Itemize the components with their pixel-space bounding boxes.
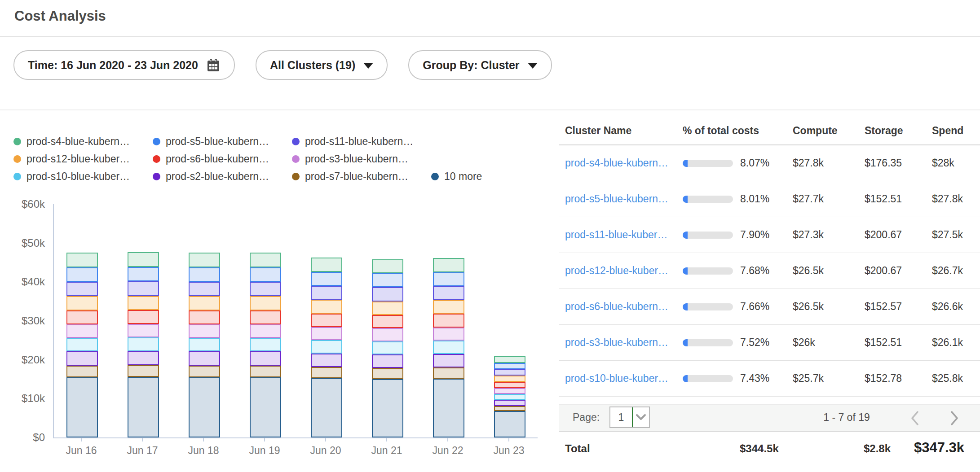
bar-segment-prod-s4-blue-kubern-jun-18[interactable] — [189, 253, 220, 267]
bar-segment-10-more-jun-16[interactable] — [66, 377, 98, 437]
legend-item-prod-s11-blue-kubern[interactable]: prod-s11-blue-kubern… — [292, 135, 431, 148]
bar-segment-prod-s11-blue-kubern-jun-18[interactable] — [189, 282, 220, 296]
legend-item-10-more[interactable]: 10 more — [431, 170, 482, 183]
bar-segment-prod-s2-blue-kubern-jun-18[interactable] — [189, 351, 220, 365]
bar-segment-prod-s4-blue-kubern-jun-16[interactable] — [66, 253, 98, 267]
bar-segment-prod-s3-blue-kubern-jun-22[interactable] — [433, 328, 464, 341]
bar-segment-prod-s5-blue-kubern-jun-16[interactable] — [66, 267, 98, 282]
page-select[interactable]: 1 — [609, 406, 650, 428]
bar-segment-prod-s7-blue-kubern-jun-16[interactable] — [66, 366, 98, 377]
bar-segment-prod-s4-blue-kubern-jun-23[interactable] — [494, 356, 525, 363]
bar-segment-prod-s6-blue-kubern-jun-16[interactable] — [66, 310, 98, 324]
bar-segment-prod-s5-blue-kubern-jun-21[interactable] — [372, 273, 403, 287]
bar-segment-prod-s4-blue-kubern-jun-22[interactable] — [433, 258, 464, 272]
bar-segment-prod-s3-blue-kubern-jun-19[interactable] — [250, 324, 281, 338]
next-page-button[interactable] — [945, 408, 964, 428]
bar-segment-prod-s10-blue-kuber-jun-17[interactable] — [128, 337, 159, 351]
bar-segment-prod-s3-blue-kubern-jun-17[interactable] — [128, 324, 159, 337]
legend-item-prod-s4-blue-kubern[interactable]: prod-s4-blue-kubern… — [13, 135, 153, 148]
bar-segment-prod-s7-blue-kubern-jun-18[interactable] — [189, 366, 220, 377]
bar-segment-10-more-jun-21[interactable] — [372, 379, 403, 437]
bar-segment-prod-s5-blue-kubern-jun-17[interactable] — [128, 267, 159, 282]
bar-segment-10-more-jun-19[interactable] — [250, 377, 281, 437]
cluster-name-link[interactable]: prod-s6-blue-kubern… — [565, 301, 683, 313]
bar-segment-prod-s12-blue-kuber-jun-21[interactable] — [372, 302, 403, 315]
bar-segment-10-more-jun-23[interactable] — [494, 411, 525, 437]
bar-segment-prod-s11-blue-kubern-jun-16[interactable] — [66, 282, 98, 296]
bar-segment-prod-s7-blue-kubern-jun-20[interactable] — [311, 367, 342, 378]
bar-segment-prod-s3-blue-kubern-jun-21[interactable] — [372, 328, 403, 341]
bar-segment-prod-s6-blue-kubern-jun-19[interactable] — [250, 310, 281, 324]
bar-segment-10-more-jun-22[interactable] — [433, 379, 464, 437]
cluster-name-link[interactable]: prod-s3-blue-kubern… — [565, 337, 683, 349]
bar-segment-prod-s6-blue-kubern-jun-22[interactable] — [433, 314, 464, 327]
time-range-filter[interactable]: Time: 16 Jun 2020 - 23 Jun 2020 — [13, 50, 235, 80]
bar-segment-prod-s2-blue-kubern-jun-16[interactable] — [66, 351, 98, 365]
bar-segment-prod-s3-blue-kubern-jun-16[interactable] — [66, 324, 98, 338]
bar-segment-prod-s6-blue-kubern-jun-23[interactable] — [494, 382, 525, 388]
bar-segment-prod-s5-blue-kubern-jun-19[interactable] — [250, 267, 281, 282]
cluster-name-link[interactable]: prod-s5-blue-kubern… — [565, 193, 683, 205]
cluster-name-link[interactable]: prod-s4-blue-kubern… — [565, 157, 683, 169]
bar-segment-prod-s3-blue-kubern-jun-23[interactable] — [494, 388, 525, 394]
group-by-dropdown[interactable]: Group By: Cluster — [408, 50, 552, 80]
bar-segment-prod-s5-blue-kubern-jun-22[interactable] — [433, 272, 464, 286]
bar-segment-prod-s11-blue-kubern-jun-19[interactable] — [250, 282, 281, 296]
bar-segment-10-more-jun-17[interactable] — [128, 377, 159, 437]
bar-segment-prod-s3-blue-kubern-jun-18[interactable] — [189, 324, 220, 338]
bar-segment-prod-s6-blue-kubern-jun-17[interactable] — [128, 310, 159, 324]
bar-segment-prod-s12-blue-kuber-jun-23[interactable] — [494, 376, 525, 382]
bar-segment-prod-s5-blue-kubern-jun-18[interactable] — [189, 267, 220, 282]
bar-segment-prod-s10-blue-kuber-jun-18[interactable] — [189, 338, 220, 351]
bar-segment-prod-s11-blue-kubern-jun-17[interactable] — [128, 281, 159, 296]
legend-item-prod-s6-blue-kubern[interactable]: prod-s6-blue-kubern… — [153, 153, 292, 165]
legend-item-prod-s7-blue-kubern[interactable]: prod-s7-blue-kubern… — [292, 170, 431, 183]
bar-segment-prod-s12-blue-kuber-jun-17[interactable] — [128, 296, 159, 310]
bar-segment-prod-s12-blue-kuber-jun-22[interactable] — [433, 300, 464, 314]
bar-segment-prod-s6-blue-kubern-jun-18[interactable] — [189, 310, 220, 324]
bar-segment-prod-s10-blue-kuber-jun-21[interactable] — [372, 341, 403, 354]
bar-segment-prod-s5-blue-kubern-jun-20[interactable] — [311, 272, 342, 286]
cluster-name-link[interactable]: prod-s11-blue-kuber… — [565, 229, 683, 241]
bar-segment-prod-s7-blue-kubern-jun-22[interactable] — [433, 367, 464, 379]
bar-segment-prod-s4-blue-kubern-jun-17[interactable] — [128, 252, 159, 267]
bar-segment-prod-s5-blue-kubern-jun-23[interactable] — [494, 363, 525, 370]
bar-segment-prod-s3-blue-kubern-jun-20[interactable] — [311, 327, 342, 340]
bar-segment-10-more-jun-18[interactable] — [189, 377, 220, 437]
clusters-filter-dropdown[interactable]: All Clusters (19) — [256, 50, 388, 80]
legend-item-prod-s3-blue-kubern[interactable]: prod-s3-blue-kubern… — [292, 153, 431, 165]
bar-segment-prod-s2-blue-kubern-jun-21[interactable] — [372, 354, 403, 368]
bar-segment-prod-s10-blue-kuber-jun-20[interactable] — [311, 340, 342, 353]
bar-segment-prod-s10-blue-kuber-jun-22[interactable] — [433, 341, 464, 354]
bar-segment-prod-s12-blue-kuber-jun-19[interactable] — [250, 296, 281, 310]
bar-segment-prod-s6-blue-kubern-jun-20[interactable] — [311, 314, 342, 327]
bar-segment-prod-s2-blue-kubern-jun-22[interactable] — [433, 354, 464, 367]
legend-item-prod-s12-blue-kuber[interactable]: prod-s12-blue-kuber… — [13, 153, 153, 165]
bar-segment-prod-s10-blue-kuber-jun-16[interactable] — [66, 338, 98, 351]
bar-segment-prod-s11-blue-kubern-jun-21[interactable] — [372, 287, 403, 301]
bar-segment-10-more-jun-20[interactable] — [311, 378, 342, 437]
bar-segment-prod-s11-blue-kubern-jun-20[interactable] — [311, 286, 342, 300]
cluster-name-link[interactable]: prod-s12-blue-kuber… — [565, 265, 683, 277]
prev-page-button[interactable] — [905, 408, 925, 428]
bar-segment-prod-s10-blue-kuber-jun-19[interactable] — [250, 338, 281, 351]
bar-segment-prod-s10-blue-kuber-jun-23[interactable] — [494, 394, 525, 400]
bar-segment-prod-s7-blue-kubern-jun-21[interactable] — [372, 368, 403, 379]
bar-segment-prod-s7-blue-kubern-jun-23[interactable] — [494, 406, 525, 411]
bar-segment-prod-s12-blue-kuber-jun-20[interactable] — [311, 300, 342, 313]
bar-segment-prod-s7-blue-kubern-jun-17[interactable] — [128, 365, 159, 377]
bar-segment-prod-s4-blue-kubern-jun-21[interactable] — [372, 259, 403, 273]
bar-segment-prod-s2-blue-kubern-jun-23[interactable] — [494, 400, 525, 406]
bar-segment-prod-s11-blue-kubern-jun-23[interactable] — [494, 369, 525, 376]
bar-segment-prod-s2-blue-kubern-jun-19[interactable] — [250, 351, 281, 365]
bar-segment-prod-s12-blue-kuber-jun-16[interactable] — [66, 296, 98, 310]
legend-item-prod-s2-blue-kubern[interactable]: prod-s2-blue-kubern… — [153, 170, 292, 183]
bar-segment-prod-s2-blue-kubern-jun-17[interactable] — [128, 351, 159, 365]
bar-segment-prod-s4-blue-kubern-jun-19[interactable] — [250, 253, 281, 267]
bar-segment-prod-s6-blue-kubern-jun-21[interactable] — [372, 315, 403, 328]
cluster-name-link[interactable]: prod-s10-blue-kuber… — [565, 372, 683, 385]
bar-segment-prod-s12-blue-kuber-jun-18[interactable] — [189, 296, 220, 310]
bar-segment-prod-s7-blue-kubern-jun-19[interactable] — [250, 366, 281, 377]
legend-item-prod-s10-blue-kuber[interactable]: prod-s10-blue-kuber… — [13, 170, 153, 183]
bar-segment-prod-s2-blue-kubern-jun-20[interactable] — [311, 354, 342, 367]
